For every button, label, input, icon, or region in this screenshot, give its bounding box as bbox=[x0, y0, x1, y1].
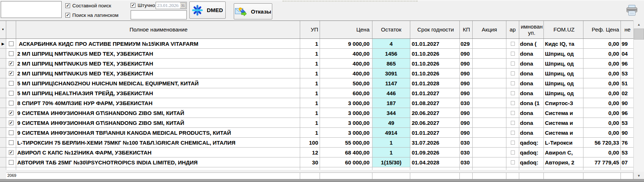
date-field[interactable]: 23.01.2026 31 bbox=[156, 2, 187, 9]
header-fom-uz[interactable]: FOM.UZ bbox=[544, 21, 583, 38]
vertical-scrollbar[interactable]: ▲ ▼ bbox=[633, 21, 644, 180]
row-select-cell[interactable]: ✓ bbox=[6, 68, 16, 78]
row-checkbox[interactable] bbox=[9, 91, 14, 96]
horizontal-scrollbar[interactable] bbox=[0, 179, 644, 182]
nar-checkbox[interactable] bbox=[511, 101, 515, 105]
cell-nar[interactable] bbox=[506, 108, 519, 118]
row-select-cell[interactable]: ✓ bbox=[6, 118, 16, 127]
secondary-search-input[interactable] bbox=[131, 10, 187, 19]
cell-nar[interactable] bbox=[506, 59, 519, 68]
scroll-up-button[interactable]: ▲ bbox=[634, 21, 644, 29]
nar-checkbox[interactable] bbox=[511, 141, 515, 145]
cell-nar[interactable] bbox=[506, 68, 519, 78]
row-select-cell[interactable] bbox=[6, 157, 16, 167]
header-ref-price[interactable]: Реф. Цена bbox=[583, 21, 621, 38]
rejects-button[interactable]: Отказы bbox=[234, 3, 272, 19]
nar-checkbox[interactable] bbox=[511, 151, 515, 155]
table-row[interactable]: ✓АВИРОЛ С КАПС №12\НИКА ФАРМ, УЗБЕКИСТАН… bbox=[0, 148, 633, 157]
row-checkbox[interactable]: ✓ bbox=[9, 71, 14, 76]
print-button[interactable] bbox=[623, 3, 640, 18]
table-row[interactable]: 5 МЛ ШПРИЦ HEALTH\АЗИЯ ТРЕЙД, УЗБЕКИСТАН… bbox=[0, 88, 633, 98]
nar-checkbox[interactable] bbox=[511, 62, 515, 66]
cell-nar[interactable] bbox=[506, 138, 519, 147]
row-checkbox[interactable] bbox=[9, 140, 14, 145]
header-stock[interactable]: Остаток bbox=[372, 21, 410, 38]
header-pack-name[interactable]: имнован уп. bbox=[519, 21, 544, 38]
row-checkbox[interactable]: ✓ bbox=[9, 61, 14, 66]
row-select-cell[interactable] bbox=[6, 138, 16, 147]
row-checkbox[interactable]: ✓ bbox=[9, 150, 14, 155]
row-select-cell[interactable]: ✓ bbox=[6, 148, 16, 157]
nar-checkbox[interactable] bbox=[511, 121, 515, 125]
search-input[interactable] bbox=[1, 1, 62, 18]
column-chooser[interactable]: ▼ bbox=[0, 21, 6, 38]
nar-checkbox[interactable] bbox=[511, 131, 515, 135]
table-row[interactable]: ✓9 СИСТЕМА ИНФУЗИОННАЯ GT\SHANDONG ZIBO … bbox=[0, 118, 633, 128]
table-row[interactable]: ✓2 МЛ ШПРИЦ NMT\NUKUS MED TEX, УЗБЕКИСТА… bbox=[0, 59, 633, 68]
row-checkbox[interactable] bbox=[9, 81, 14, 86]
row-select-cell[interactable] bbox=[6, 39, 16, 48]
header-up[interactable]: УП bbox=[300, 21, 320, 38]
table-row[interactable]: АВТОРИЯ ТАБ 25МГ №30\PSYCHOTROPICS INDIA… bbox=[0, 157, 633, 167]
header-checkbox-column[interactable] bbox=[6, 21, 16, 38]
cell-nar[interactable] bbox=[506, 88, 519, 98]
header-full-name[interactable]: Полное наименование bbox=[16, 21, 300, 38]
row-checkbox[interactable] bbox=[9, 130, 14, 135]
table-row[interactable]: 2 МЛ ШПРИЦ NMT\NUKUS MED TEX, УЗБЕКИСТАН… bbox=[0, 49, 633, 59]
table-row[interactable]: ✓9 СИСТЕМА ИНФУЗИОННАЯ GT\SHANDONG ZIBO … bbox=[0, 108, 633, 118]
header-promo[interactable]: Акция bbox=[473, 21, 506, 38]
row-checkbox[interactable]: ✓ bbox=[9, 120, 14, 125]
header-kp[interactable]: КП bbox=[460, 21, 473, 38]
cell-nar[interactable] bbox=[506, 98, 519, 108]
header-price[interactable]: Цена bbox=[320, 21, 372, 38]
header-ne[interactable]: не bbox=[621, 21, 633, 38]
cell-nar[interactable] bbox=[506, 39, 519, 48]
nar-checkbox[interactable] bbox=[511, 160, 515, 164]
dmed-asterisk-icon bbox=[192, 5, 203, 16]
row-select-cell[interactable] bbox=[6, 78, 16, 88]
header-expiry[interactable]: Срок годности bbox=[410, 21, 460, 38]
row-select-cell[interactable] bbox=[6, 88, 16, 98]
latin-search-checkbox[interactable]: ✓ Поиск на латинском bbox=[65, 12, 119, 18]
table-row[interactable]: 9 СИСТЕМА ИНФУЗИОННАЯ TBF\ANHUI KANGDA M… bbox=[0, 128, 633, 138]
cell-nar[interactable] bbox=[506, 157, 519, 167]
row-select-cell[interactable]: ✓ bbox=[6, 108, 16, 118]
nar-checkbox[interactable] bbox=[511, 91, 515, 95]
row-checkbox[interactable] bbox=[9, 51, 14, 56]
scrollbar-thumb[interactable] bbox=[634, 29, 644, 40]
row-select-cell[interactable] bbox=[6, 98, 16, 108]
table-row[interactable]: ✓2 МЛ ШПРИЦ NMT\NUKUS MED TEX, УЗБЕКИСТА… bbox=[0, 68, 633, 78]
scroll-down-button[interactable]: ▼ bbox=[634, 172, 644, 180]
row-checkbox[interactable]: ✓ bbox=[9, 111, 14, 115]
nar-checkbox[interactable] bbox=[511, 81, 515, 85]
table-row[interactable]: 8 СПИРТ 70% 40МЛ\ЗИЕ НУР ФАРМ, УЗБЕКИСТА… bbox=[0, 98, 633, 108]
row-checkbox[interactable] bbox=[9, 101, 14, 105]
nar-checkbox[interactable] bbox=[511, 42, 515, 46]
table-row[interactable]: L-ТИРОКСИН 75 БЕРЛИН-ХЕМИ 75МКГ №100 ТАБ… bbox=[0, 138, 633, 148]
row-select-cell[interactable] bbox=[6, 49, 16, 58]
cell-nar[interactable] bbox=[506, 118, 519, 127]
nar-checkbox[interactable] bbox=[511, 71, 515, 75]
scrollbar-track[interactable] bbox=[634, 40, 644, 172]
cell-nar[interactable] bbox=[506, 49, 519, 58]
cell-up: 1 bbox=[300, 118, 320, 127]
header-nar[interactable]: ар bbox=[506, 21, 519, 38]
nar-checkbox[interactable] bbox=[511, 111, 515, 115]
table-row[interactable]: 5 МЛ ШПРИЦ\CHANGZHOU HUICHUN MEDICAL EQU… bbox=[0, 78, 633, 88]
cell-fom: Автория, 2 bbox=[544, 157, 583, 167]
row-checkbox[interactable] bbox=[9, 41, 14, 46]
cell-nar[interactable] bbox=[506, 148, 519, 157]
cell-stock: 49 bbox=[372, 118, 410, 127]
row-checkbox[interactable] bbox=[9, 160, 14, 165]
row-select-cell[interactable]: ✓ bbox=[6, 59, 16, 68]
dmed-button[interactable]: DMED bbox=[189, 1, 226, 19]
composite-search-checkbox[interactable]: ✓ Составной поиск bbox=[65, 3, 111, 8]
cell-nar[interactable] bbox=[506, 128, 519, 137]
row-select-cell[interactable] bbox=[6, 128, 16, 137]
calendar-button[interactable]: 31 bbox=[180, 3, 186, 8]
cell-nar[interactable] bbox=[506, 78, 519, 88]
cell-pack-name: dona bbox=[519, 88, 544, 98]
table-row[interactable]: ▶ АСКАРБИНКА КИДС ПРО АСТИВЕ ПРЕМИУМ №15… bbox=[0, 39, 633, 49]
nar-checkbox[interactable] bbox=[511, 52, 515, 56]
piece-mode-checkbox[interactable]: ✓ Штучно bbox=[131, 3, 155, 8]
